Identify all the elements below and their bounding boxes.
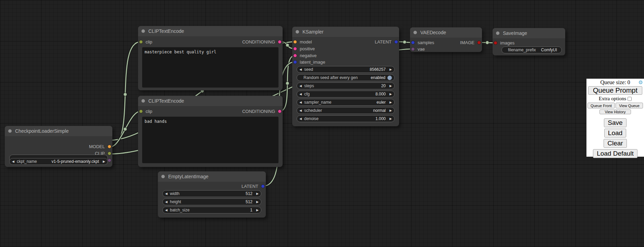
width-number-widget[interactable]: ◀ width 512 ▶: [162, 190, 261, 197]
node-empty-latent-image[interactable]: EmptyLatentImage LATENT ◀ width 512 ▶ ◀ …: [158, 171, 266, 218]
queue-prompt-button[interactable]: Queue Prompt: [588, 86, 642, 95]
node-clip-text-encode-negative[interactable]: CLIPTextEncode clip CONDITIONING bad han…: [138, 96, 283, 167]
steps-number-widget[interactable]: ◀ steps 20 ▶: [297, 82, 395, 89]
save-button[interactable]: Save: [604, 118, 626, 127]
node-title: VAEDecode: [420, 30, 446, 35]
decrement-arrow-icon[interactable]: ◀: [299, 117, 304, 120]
node-title-bar[interactable]: VAEDecode: [410, 27, 482, 38]
collapse-dot-icon[interactable]: [296, 30, 299, 34]
collapse-dot-icon[interactable]: [413, 31, 417, 34]
node-title-bar[interactable]: CLIPTextEncode: [138, 96, 283, 106]
random-seed-toggle-widget[interactable]: Random seed after every gen enabled: [297, 74, 395, 81]
vae-input-dot[interactable]: [411, 47, 415, 51]
image-output-dot[interactable]: [477, 41, 481, 44]
increment-arrow-icon[interactable]: ▶: [255, 200, 259, 204]
decrement-arrow-icon[interactable]: ◀: [299, 84, 304, 88]
decrement-arrow-icon[interactable]: ◀: [299, 68, 304, 71]
latent-image-input-dot[interactable]: [293, 60, 297, 64]
node-title-bar[interactable]: CLIPTextEncode: [138, 26, 283, 36]
widget-label: filename_prefix: [504, 48, 539, 52]
increment-arrow-icon[interactable]: ▶: [388, 84, 392, 88]
cfg-number-widget[interactable]: ◀ cfg 8.000 ▶: [297, 91, 395, 98]
collapse-dot-icon[interactable]: [141, 29, 145, 33]
node-title: SaveImage: [503, 30, 527, 36]
node-save-image[interactable]: SaveImage images filename_prefix ComfyUI: [493, 28, 565, 55]
latent-output-dot[interactable]: [394, 40, 398, 44]
load-button[interactable]: Load: [604, 129, 626, 138]
height-number-widget[interactable]: ◀ height 512 ▶: [162, 198, 261, 205]
node-title-bar[interactable]: CheckpointLoaderSimple: [5, 126, 112, 136]
output-slot-latent: LATENT: [158, 183, 266, 189]
prompt-textarea[interactable]: bad hands: [142, 117, 278, 163]
filename-prefix-text-widget[interactable]: filename_prefix ComfyUI: [501, 47, 562, 53]
scheduler-combo-widget[interactable]: ◀ scheduler normal ▶: [297, 107, 395, 114]
conditioning-output-dot[interactable]: [278, 109, 282, 113]
widget-label: height: [169, 199, 244, 204]
widget-value: 1.000: [373, 116, 388, 121]
slot-label: LATENT: [375, 39, 392, 44]
sampler-name-combo-widget[interactable]: ◀ sampler_name euler ▶: [297, 99, 395, 106]
slot-label: negative: [300, 53, 317, 58]
combo-left-arrow-icon[interactable]: ◀: [299, 109, 304, 112]
collapse-dot-icon[interactable]: [496, 31, 499, 35]
widget-value: v1-5-pruned-emaonly.ckpt: [49, 159, 101, 164]
queue-front-button[interactable]: Queue Front: [587, 103, 615, 108]
decrement-arrow-icon[interactable]: ◀: [165, 192, 169, 195]
widget-value: 8.000: [373, 92, 388, 96]
decrement-arrow-icon[interactable]: ◀: [299, 92, 304, 96]
decrement-arrow-icon[interactable]: ◀: [165, 208, 169, 212]
seed-number-widget[interactable]: ◀ seed 8566257 ▶: [297, 66, 395, 73]
output-slot-image: IMAGE: [410, 40, 482, 45]
increment-arrow-icon[interactable]: ▶: [255, 208, 259, 212]
node-title-bar[interactable]: EmptyLatentImage: [158, 171, 266, 182]
node-ksampler[interactable]: KSampler model positive negative latent_…: [292, 27, 399, 126]
widget-label: batch_size: [169, 208, 248, 212]
combo-right-arrow-icon[interactable]: ▶: [388, 101, 392, 104]
combo-left-arrow-icon[interactable]: ◀: [299, 101, 304, 104]
combo-right-arrow-icon[interactable]: ▶: [388, 109, 392, 112]
ckpt-name-combo-widget[interactable]: ◀ ckpt_name v1-5-pruned-emaonly.ckpt ▶: [9, 158, 108, 165]
increment-arrow-icon[interactable]: ▶: [388, 92, 392, 96]
slot-label: latent_image: [300, 60, 325, 65]
node-clip-text-encode-positive[interactable]: CLIPTextEncode clip CONDITIONING masterp…: [138, 26, 283, 90]
output-slot-conditioning: CONDITIONING: [138, 39, 283, 44]
increment-arrow-icon[interactable]: ▶: [255, 192, 259, 195]
node-title: CheckpointLoaderSimple: [15, 128, 69, 134]
combo-left-arrow-icon[interactable]: ◀: [12, 160, 16, 163]
view-history-button[interactable]: View History: [599, 109, 631, 114]
collapse-dot-icon[interactable]: [8, 129, 12, 133]
toggle-on-dot[interactable]: [387, 76, 392, 80]
extra-options-label: Extra options: [599, 96, 626, 102]
widget-label: ckpt_name: [16, 159, 49, 164]
increment-arrow-icon[interactable]: ▶: [388, 117, 392, 120]
node-title-bar[interactable]: SaveImage: [493, 28, 565, 38]
widget-value: 20: [379, 83, 388, 88]
denoise-number-widget[interactable]: ◀ denoise 1.000 ▶: [297, 115, 395, 122]
input-slot-latent-image: latent_image: [292, 59, 399, 65]
view-queue-button[interactable]: View Queue: [616, 103, 643, 108]
vae-output-dot[interactable]: [108, 158, 111, 162]
extra-options-checkbox[interactable]: [628, 97, 632, 101]
widget-value: 512: [244, 191, 255, 196]
node-vae-decode[interactable]: VAEDecode samples vae IMAGE: [410, 27, 482, 52]
model-output-dot[interactable]: [108, 145, 111, 148]
collapse-dot-icon[interactable]: [161, 175, 165, 178]
load-default-button[interactable]: Load Default: [593, 149, 637, 158]
widget-label: denoise: [304, 116, 373, 121]
conditioning-output-dot[interactable]: [278, 40, 282, 44]
negative-input-dot[interactable]: [293, 54, 297, 57]
increment-arrow-icon[interactable]: ▶: [388, 68, 392, 71]
decrement-arrow-icon[interactable]: ◀: [165, 200, 169, 204]
batch-size-number-widget[interactable]: ◀ batch_size 1 ▶: [162, 207, 261, 213]
combo-right-arrow-icon[interactable]: ▶: [101, 160, 105, 163]
node-title-bar[interactable]: KSampler: [292, 27, 399, 37]
input-slot-positive: positive: [292, 46, 399, 51]
latent-output-dot[interactable]: [261, 184, 265, 188]
clear-button[interactable]: Clear: [604, 139, 627, 148]
settings-gear-icon[interactable]: ⚙: [639, 79, 643, 86]
images-input-dot[interactable]: [494, 41, 497, 45]
positive-input-dot[interactable]: [293, 47, 297, 51]
clip-output-dot[interactable]: [108, 152, 111, 155]
prompt-textarea[interactable]: masterpiece best quality girl: [142, 47, 278, 88]
collapse-dot-icon[interactable]: [141, 99, 145, 103]
